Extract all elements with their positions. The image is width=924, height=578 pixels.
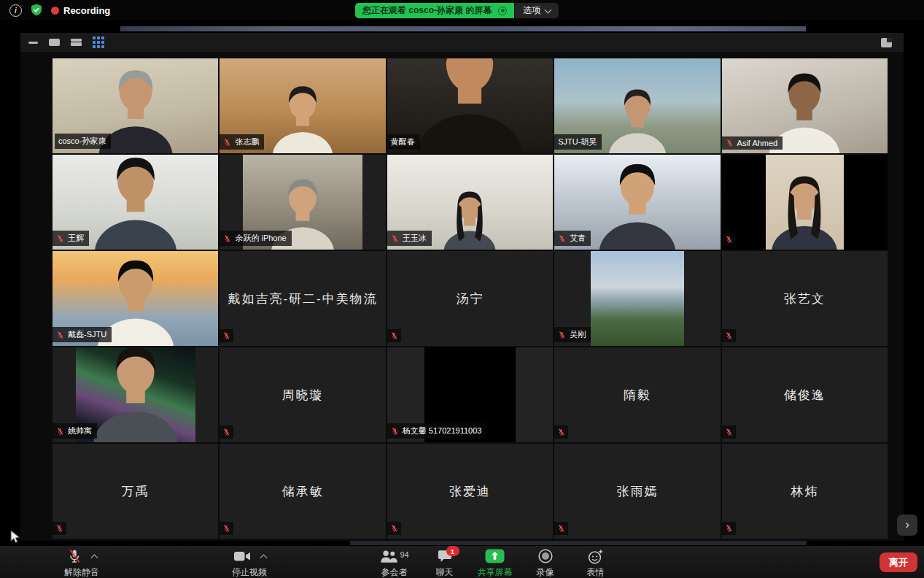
participant-tile[interactable]: 张艺文	[722, 251, 888, 346]
participant-tile[interactable]: SJTU-胡昊	[554, 58, 720, 153]
participants-label: 参会者	[381, 566, 408, 578]
participant-tile[interactable]	[722, 155, 888, 250]
view-toolbar	[20, 33, 904, 52]
mic-muted-icon	[558, 234, 566, 243]
participant-name: 储承敏	[282, 483, 324, 500]
participant-tile[interactable]: 戴如吉亮-研二-中美物流	[220, 251, 385, 346]
meeting-controls-toolbar: 解除静音 停止视频 94	[0, 546, 924, 578]
video-options-chevron-icon[interactable]	[260, 555, 267, 562]
participant-tile[interactable]: 吴刚	[554, 251, 720, 346]
thumbnail-view-icon[interactable]	[71, 39, 82, 46]
name-label: 黄醒春	[387, 134, 420, 150]
participant-tile[interactable]: 林炜	[722, 444, 888, 539]
participant-count: 94	[400, 550, 408, 559]
speaker-view-icon[interactable]	[49, 39, 60, 46]
mic-muted-icon	[222, 428, 230, 436]
participant-tile[interactable]: Asif Ahmed	[722, 58, 888, 153]
mic-muted-icon	[56, 427, 64, 436]
name-label	[53, 522, 66, 535]
participant-tile[interactable]: 隋毅	[554, 347, 720, 442]
options-label: 选项	[523, 4, 540, 17]
chevron-down-icon	[545, 6, 552, 13]
leave-button[interactable]: 离开	[880, 552, 917, 572]
person-silhouette	[766, 166, 844, 250]
participant-tile[interactable]: 周晓璇	[220, 347, 385, 442]
person-silhouette	[86, 155, 185, 250]
mouse-cursor	[9, 530, 21, 544]
mic-muted-icon	[56, 331, 64, 339]
banner-text-pill: 您正在观看 cosco-孙家康 的屏幕	[355, 3, 514, 18]
participant-name: 余跃的 iPhone	[235, 233, 286, 244]
minimize-icon[interactable]	[28, 42, 38, 44]
stop-video-button[interactable]: 停止视频	[195, 548, 303, 578]
participant-name: 张爱迪	[449, 483, 491, 500]
record-button[interactable]: 录像	[520, 548, 570, 578]
participant-name: 王辉	[68, 233, 84, 244]
exit-minimized-view-icon[interactable]	[881, 38, 892, 47]
participant-name: 储俊逸	[784, 387, 826, 404]
recording-dot	[51, 7, 59, 15]
screen-watch-banner: 您正在观看 cosco-孙家康 的屏幕 选项	[355, 3, 559, 18]
record-icon	[537, 548, 554, 566]
person-silhouette	[85, 347, 187, 442]
participant-tile[interactable]: 储俊逸	[722, 347, 888, 442]
gallery-view-icon[interactable]	[93, 36, 104, 48]
participant-tile[interactable]: 储承敏	[220, 444, 385, 539]
participant-tile[interactable]: 艾青	[554, 155, 720, 250]
name-label: SJTU-胡昊	[554, 134, 602, 150]
participant-tile[interactable]: cosco-孙家康	[53, 58, 218, 153]
person-silhouette	[406, 58, 535, 153]
participant-tile[interactable]: 万禹	[53, 444, 218, 539]
mic-muted-icon	[56, 234, 64, 243]
unmute-button[interactable]: 解除静音	[31, 548, 133, 578]
reactions-button[interactable]: 表情	[570, 548, 621, 578]
participant-tile[interactable]: 余跃的 iPhone	[220, 155, 385, 250]
name-label: 姚帅寓	[53, 423, 97, 439]
participant-tile[interactable]: 姚帅寓	[53, 347, 218, 442]
next-page-button[interactable]: ›	[897, 515, 917, 536]
menu-bar: i Recording 您正在观看 cosco-孙家康 的屏幕 选项	[0, 0, 924, 20]
person-silhouette	[439, 183, 502, 250]
participant-tile[interactable]: 杨文馨 517021911003	[387, 347, 553, 442]
mic-muted-icon	[725, 235, 733, 244]
mic-muted-icon	[557, 524, 565, 533]
participant-tile[interactable]: 张志鹏	[220, 58, 385, 153]
name-label: 杨文馨 517021911003	[387, 423, 487, 439]
mic-options-chevron-icon[interactable]	[91, 555, 98, 562]
video-feed	[591, 251, 683, 346]
participant-name: 万禹	[122, 483, 150, 500]
mic-muted-icon	[557, 428, 565, 436]
participant-tile[interactable]: 汤宁	[387, 251, 553, 346]
shield-check-icon[interactable]	[31, 4, 42, 19]
chat-button[interactable]: 1 聊天	[419, 548, 470, 578]
participant-name: 黄醒春	[391, 136, 415, 147]
mic-muted-icon	[726, 139, 734, 147]
participants-button[interactable]: 94 参会者	[369, 548, 419, 578]
person-silhouette	[603, 80, 672, 153]
participant-tile[interactable]: 黄醒春	[387, 58, 553, 153]
participant-tile[interactable]: 张爱迪	[387, 444, 553, 539]
participant-tile[interactable]: 王辉	[53, 155, 218, 250]
share-screen-icon	[485, 549, 505, 566]
chevron-right-icon: ›	[905, 517, 909, 532]
name-label	[387, 522, 401, 535]
mic-muted-icon	[391, 427, 399, 436]
name-label: 吴刚	[554, 327, 591, 342]
mic-muted-icon	[223, 234, 231, 243]
name-label	[220, 522, 233, 535]
participant-tile[interactable]: 张雨嫣	[554, 444, 720, 539]
participant-name: 艾青	[570, 233, 586, 244]
toolbar-center-group: 94 参会者 1 聊天	[369, 548, 621, 578]
options-button[interactable]: 选项	[515, 3, 559, 18]
name-label: 王辉	[53, 231, 89, 246]
name-label: 王玉冰	[387, 231, 432, 246]
record-label: 录像	[537, 566, 554, 578]
share-screen-button[interactable]: 共享屏幕	[470, 548, 520, 578]
name-label: 艾青	[554, 231, 591, 246]
participant-tile[interactable]: 戴磊-SJTU	[53, 251, 218, 346]
meeting-video-window: cosco-孙家康 张志鹏 黄醒春 SJTU-胡昊 Asif Ahmed 王辉	[20, 33, 904, 541]
name-label	[722, 329, 736, 342]
participant-tile[interactable]: 王玉冰	[387, 155, 553, 250]
participants-icon	[379, 549, 397, 566]
info-icon[interactable]: i	[9, 4, 22, 17]
